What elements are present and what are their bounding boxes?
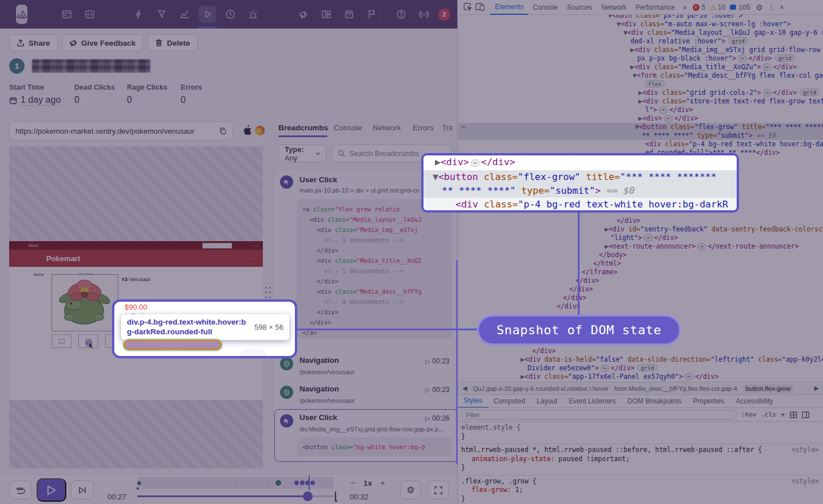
dom-popup-line: ▶<div>⋯</div> bbox=[424, 155, 737, 170]
dim-overlay bbox=[0, 0, 823, 504]
highlighted-buy-button[interactable]: ··· ·· ···· bbox=[123, 339, 222, 350]
dom-popup-line: ▼<button class="flex-grow" title="*** **… bbox=[424, 170, 737, 184]
snapshot-label-pill: Snapshot of DOM state bbox=[477, 315, 681, 345]
snapshot-label: Snapshot of DOM state bbox=[497, 323, 662, 337]
screenshot-canvas: 2 Share Give Feedback Delete 1 Start Tim… bbox=[0, 0, 823, 504]
product-price: $90.00 bbox=[125, 303, 147, 311]
callout-connector-horizontal bbox=[297, 329, 477, 330]
dom-popup-line: <div class="p-4 bg-red text-white hover:… bbox=[424, 198, 737, 213]
site-feedback-pill bbox=[241, 350, 265, 358]
callout-connector-vertical bbox=[578, 213, 580, 315]
dom-snapshot-zoom-popup: ▶<div>⋯</div>▼<button class="flex-grow" … bbox=[421, 153, 739, 213]
panel-edge-highlight bbox=[456, 260, 458, 464]
inspect-tooltip: div.p-4.bg-red.text-white.hover:bg-darkR… bbox=[121, 314, 289, 340]
inspected-dimensions: 598 × 56 bbox=[254, 323, 283, 331]
inspected-selector: div.p-4.bg-red.text-white.hover:bg-darkR… bbox=[127, 318, 249, 337]
dom-popup-line: ** **** ****" type="submit"> == $0 bbox=[424, 184, 737, 198]
replay-zoom-callout: $90.00 In Stock div.p-4.bg-red.text-whit… bbox=[112, 299, 297, 358]
